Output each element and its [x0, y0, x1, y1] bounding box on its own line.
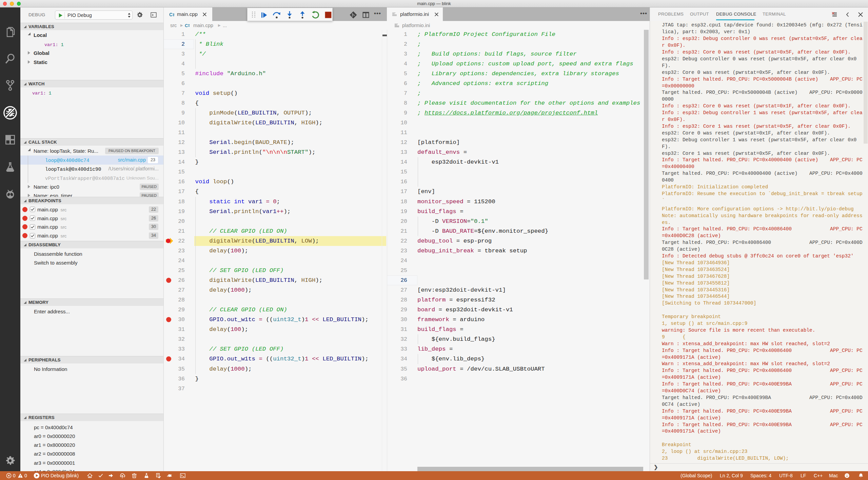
svg-text:C: C — [169, 12, 173, 17]
svg-text:C: C — [185, 23, 188, 28]
